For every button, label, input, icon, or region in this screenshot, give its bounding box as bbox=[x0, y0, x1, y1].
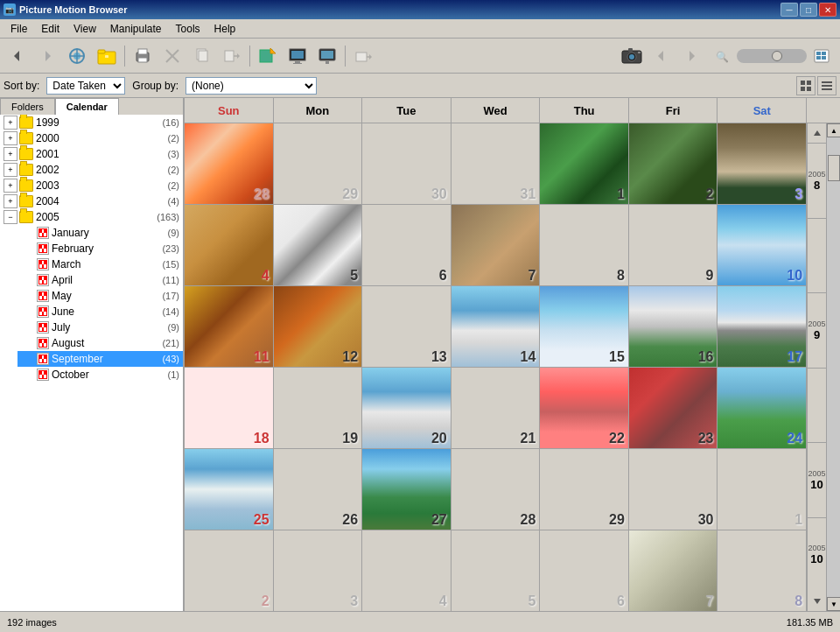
expand-2002[interactable]: + bbox=[4, 163, 18, 177]
week-nav-down[interactable] bbox=[808, 592, 826, 611]
week-entry-3[interactable]: 2005 9 bbox=[808, 292, 826, 368]
cal-day-26sep[interactable]: 26 bbox=[274, 449, 363, 530]
cal-day-27sep[interactable]: 27 bbox=[362, 449, 452, 530]
cal-day-11sep[interactable]: 11 bbox=[184, 286, 274, 367]
cal-day-9sep[interactable]: 9 bbox=[629, 205, 718, 285]
browse-button[interactable] bbox=[63, 42, 91, 70]
cal-day-8oct[interactable]: 8 bbox=[718, 530, 807, 611]
zoom-slider[interactable] bbox=[737, 49, 807, 63]
group-select[interactable]: (None) bbox=[186, 77, 317, 95]
menu-tools[interactable]: Tools bbox=[169, 21, 207, 37]
cal-day-6oct[interactable]: 6 bbox=[540, 530, 629, 611]
cal-day-8sep[interactable]: 8 bbox=[540, 205, 629, 285]
forward-button[interactable] bbox=[33, 42, 61, 70]
folder-row-2005[interactable]: − 2005 (163) bbox=[0, 209, 183, 225]
cal-day-4sep[interactable]: 4 bbox=[184, 205, 274, 285]
cal-day-5sep[interactable]: 5 bbox=[274, 205, 363, 285]
scroll-track[interactable] bbox=[827, 137, 840, 597]
copy-button[interactable] bbox=[188, 42, 216, 70]
folder-row-march[interactable]: March (15) bbox=[18, 256, 183, 272]
folder-row-july[interactable]: July (9) bbox=[18, 320, 183, 335]
cal-day-21sep[interactable]: 21 bbox=[452, 368, 541, 448]
cal-day-7sep[interactable]: 7 bbox=[452, 205, 541, 285]
cal-day-16sep[interactable]: 16 bbox=[629, 286, 718, 367]
folder-button[interactable] bbox=[93, 42, 121, 70]
scroll-thumb[interactable] bbox=[828, 155, 840, 181]
cal-day-24sep[interactable]: 24 bbox=[718, 368, 807, 448]
export-button[interactable] bbox=[349, 42, 377, 70]
grid-view-button[interactable] bbox=[796, 76, 816, 95]
slideshow-button[interactable] bbox=[284, 42, 312, 70]
sort-select[interactable]: Date Taken bbox=[46, 77, 125, 95]
cal-day-4oct[interactable]: 4 bbox=[362, 530, 452, 611]
folder-row-october[interactable]: October (1) bbox=[18, 367, 183, 383]
folder-row-2001[interactable]: + 2001 (3) bbox=[0, 146, 183, 162]
menu-help[interactable]: Help bbox=[207, 21, 243, 37]
folder-row-2002[interactable]: + 2002 (2) bbox=[0, 162, 183, 178]
cal-day-18sep[interactable]: 18 bbox=[184, 368, 274, 448]
right-arrow-button[interactable] bbox=[677, 42, 705, 70]
cal-day-23sep[interactable]: 23 bbox=[629, 368, 718, 448]
expand-2005[interactable]: − bbox=[4, 210, 18, 224]
folder-row-june[interactable]: June (14) bbox=[18, 304, 183, 320]
week-entry-6[interactable]: 2005 10 bbox=[808, 517, 826, 593]
minimize-button[interactable]: ─ bbox=[780, 3, 798, 17]
maximize-button[interactable]: □ bbox=[800, 3, 817, 17]
folder-row-1999[interactable]: + 1999 (16) bbox=[0, 115, 183, 130]
folder-row-august[interactable]: August (21) bbox=[18, 335, 183, 351]
cal-day-15sep[interactable]: 15 bbox=[540, 286, 629, 367]
move-button[interactable] bbox=[218, 42, 246, 70]
folder-row-may[interactable]: May (17) bbox=[18, 288, 183, 304]
cal-day-28aug[interactable]: 28 bbox=[184, 123, 274, 204]
list-view-button[interactable] bbox=[817, 76, 836, 95]
week-entry-5[interactable]: 2005 10 bbox=[808, 442, 826, 517]
close-button[interactable]: ✕ bbox=[819, 3, 836, 17]
cal-day-6sep[interactable]: 6 bbox=[362, 205, 452, 285]
cal-day-30aug[interactable]: 30 bbox=[362, 123, 452, 204]
cal-day-17sep[interactable]: 17 bbox=[718, 286, 807, 367]
week-entry-1[interactable]: 2005 8 bbox=[808, 143, 826, 218]
folder-row-september[interactable]: September (43) bbox=[18, 351, 183, 367]
left-arrow-button[interactable] bbox=[648, 42, 676, 70]
zoom-thumb[interactable] bbox=[772, 51, 782, 61]
week-nav-up[interactable] bbox=[808, 123, 826, 143]
menu-edit[interactable]: Edit bbox=[34, 21, 66, 37]
tab-calendar[interactable]: Calendar bbox=[55, 98, 119, 115]
cal-day-3oct[interactable]: 3 bbox=[274, 530, 363, 611]
expand-2003[interactable]: + bbox=[4, 179, 18, 193]
cal-day-19sep[interactable]: 19 bbox=[274, 368, 363, 448]
print-button[interactable] bbox=[129, 42, 157, 70]
cal-day-29sep[interactable]: 29 bbox=[540, 449, 629, 530]
zoom-out-button[interactable]: 🔍 bbox=[707, 42, 735, 70]
week-entry-4[interactable] bbox=[808, 368, 826, 443]
menu-view[interactable]: View bbox=[66, 21, 103, 37]
expand-1999[interactable]: + bbox=[4, 116, 18, 130]
folder-row-2003[interactable]: + 2003 (2) bbox=[0, 178, 183, 193]
camera-button[interactable] bbox=[618, 42, 646, 70]
back-button[interactable] bbox=[4, 42, 32, 70]
folder-row-february[interactable]: February (23) bbox=[18, 241, 183, 256]
expand-2001[interactable]: + bbox=[4, 147, 18, 161]
folder-row-2000[interactable]: + 2000 (2) bbox=[0, 130, 183, 146]
cal-day-28sep[interactable]: 28 bbox=[452, 449, 541, 530]
menu-file[interactable]: File bbox=[4, 21, 34, 37]
cal-day-14sep[interactable]: 14 bbox=[452, 286, 541, 367]
folder-row-january[interactable]: January (9) bbox=[18, 225, 183, 241]
cal-day-1sep[interactable]: 1 bbox=[540, 123, 629, 204]
tab-folders[interactable]: Folders bbox=[0, 98, 55, 115]
delete-button[interactable] bbox=[158, 42, 186, 70]
cal-day-7oct[interactable]: 7 bbox=[629, 530, 718, 611]
cal-day-5oct[interactable]: 5 bbox=[452, 530, 541, 611]
cal-day-25sep[interactable]: 25 bbox=[184, 449, 274, 530]
edit-button[interactable] bbox=[254, 42, 282, 70]
cal-day-10sep[interactable]: 10 bbox=[718, 205, 807, 285]
expand-2004[interactable]: + bbox=[4, 194, 18, 208]
folder-row-april[interactable]: April (11) bbox=[18, 272, 183, 288]
expand-2000[interactable]: + bbox=[4, 131, 18, 145]
cal-day-2oct[interactable]: 2 bbox=[184, 530, 274, 611]
cal-day-3sep[interactable]: 3 bbox=[718, 123, 807, 204]
scroll-up-button[interactable]: ▲ bbox=[827, 123, 840, 137]
week-entry-2[interactable] bbox=[808, 218, 826, 293]
cal-day-20sep[interactable]: 20 bbox=[362, 368, 452, 448]
cal-day-31aug[interactable]: 31 bbox=[452, 123, 541, 204]
